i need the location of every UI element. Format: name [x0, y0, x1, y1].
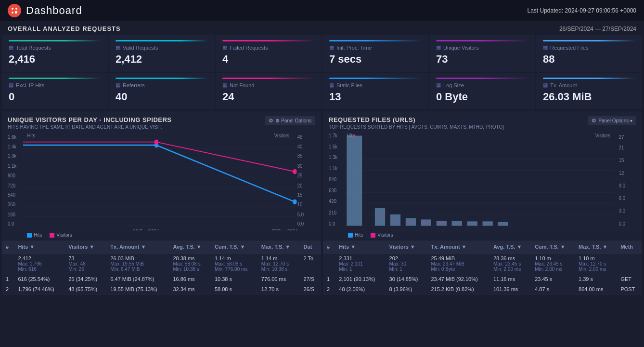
- svg-point-1: [15, 8, 17, 10]
- svg-rect-75: [498, 222, 508, 226]
- table-cell: 26/S: [300, 284, 321, 294]
- col-header[interactable]: Cum. T.S. ▼: [211, 240, 258, 254]
- bar-chart-icon: ▦: [543, 44, 548, 51]
- col-header[interactable]: Cum. T.S. ▼: [531, 240, 575, 254]
- stat-value: 2,412: [116, 53, 208, 65]
- table-cell: 864.00 ms: [575, 284, 617, 294]
- col-header[interactable]: Hits ▼: [14, 240, 64, 254]
- svg-text:6.0: 6.0: [619, 195, 625, 201]
- chart-legend-right: Hits Visitors: [329, 232, 636, 238]
- svg-text:540: 540: [8, 191, 15, 198]
- svg-text:0.0: 0.0: [8, 221, 14, 227]
- svg-point-78: [395, 220, 396, 222]
- col-header[interactable]: Hits ▼: [335, 240, 385, 254]
- table-cell: GET: [617, 274, 642, 284]
- col-header[interactable]: Avg. T.S. ▼: [169, 240, 211, 254]
- stat-label-text: Init. Proc. Time: [336, 45, 372, 51]
- table-cell: 48 (2.06%): [335, 284, 385, 294]
- table-cell: 25 (34.25%): [64, 274, 106, 284]
- brand: Dashboard: [8, 4, 82, 17]
- bar-chart-icon: ▦: [222, 82, 227, 88]
- panel-header-left: UNIQUE VISITORS PER DAY - INCLUDING SPID…: [8, 116, 315, 130]
- summary-cell: [323, 254, 335, 274]
- svg-text:0.0: 0.0: [297, 221, 304, 227]
- table-cell: 27/S: [300, 274, 321, 284]
- svg-text:3.0: 3.0: [619, 207, 625, 214]
- table-cell: 6.47 MiB (24.87%): [106, 274, 169, 284]
- table-summary-row: 2,412Max: 1,796Min: 61673Max: 48Min: 252…: [2, 254, 321, 274]
- panel-subtitle-right: TOP REQUESTS SORTED BY HITS [ AVGTS, CUM…: [329, 124, 504, 130]
- svg-text:21: 21: [619, 144, 624, 150]
- table-cell: 4.87 s: [531, 284, 575, 294]
- svg-text:0.0: 0.0: [329, 221, 335, 227]
- table-header-row-left: #Hits ▼Visitors ▼Tx. Amount ▼Avg. T.S. ▼…: [2, 240, 321, 254]
- stat-value: 73: [436, 53, 528, 65]
- stat-card-7: ▦Referrers40: [109, 73, 215, 109]
- app-title: Dashboard: [26, 4, 82, 17]
- col-header[interactable]: Tx. Amount ▼: [106, 240, 169, 254]
- svg-text:40: 40: [297, 143, 303, 149]
- stat-label-text: Not Found: [230, 82, 254, 88]
- svg-text:15: 15: [619, 157, 624, 163]
- summary-cell: 1.10 mMax: 12.70 sMin: 2.00 ms: [575, 254, 617, 274]
- stat-label-text: Log Size: [443, 82, 464, 88]
- bar-chart-icon: ▦: [329, 44, 334, 51]
- svg-text:420: 420: [329, 198, 336, 204]
- svg-text:9.0: 9.0: [619, 182, 625, 188]
- col-header[interactable]: Tx. Amount ▼: [427, 240, 489, 254]
- svg-point-77: [379, 217, 381, 219]
- panel-options-right[interactable]: ⚙ Panel Options ▾: [588, 116, 636, 125]
- last-updated: Last Updated: 2024-09-27 09:00:56 +0000: [527, 7, 636, 14]
- svg-text:30: 30: [297, 162, 303, 169]
- bar-chart-icon: ▦: [9, 82, 13, 88]
- table-cell: 215.2 KiB (0.82%): [427, 284, 489, 294]
- col-header[interactable]: Max. T.S. ▼: [575, 240, 617, 254]
- svg-text:720: 720: [8, 182, 15, 188]
- svg-text:27/Sep/2024: 27/Sep/2024: [271, 228, 297, 230]
- stat-label-text: Static Files: [336, 82, 362, 88]
- svg-text:GET /blog: GET /blog: [387, 229, 404, 230]
- table-cell: 19.55 MiB (75.13%): [106, 284, 169, 294]
- svg-text:Visitors: Visitors: [595, 133, 610, 139]
- table-cell: 101.39 ms: [489, 284, 531, 294]
- stat-label-text: Requested Files: [550, 45, 589, 51]
- table-cell: 1: [2, 274, 14, 284]
- summary-cell: [2, 254, 14, 274]
- stat-label-text: Referrers: [123, 82, 145, 88]
- table-cell: 23.45 s: [531, 274, 575, 284]
- col-header[interactable]: #: [323, 240, 335, 254]
- table-cell: 11.16 ms: [489, 274, 531, 284]
- col-header[interactable]: Visitors ▼: [64, 240, 106, 254]
- svg-text:GET /HT: GET /HT: [348, 229, 361, 230]
- chart-svg-left: 0.0 180 360 540 720 900 1.1k 1.3k 1.4k 1…: [8, 133, 315, 230]
- section-header: OVERALL ANALYZED REQUESTS 26/SEP/2024 — …: [0, 21, 644, 35]
- col-header[interactable]: Avg. T.S. ▼: [489, 240, 531, 254]
- stat-label-text: Tx. Amount: [550, 82, 577, 88]
- stat-card-0: ▦Total Requests2,416: [2, 35, 108, 72]
- table-left: #Hits ▼Visitors ▼Tx. Amount ▼Avg. T.S. ▼…: [2, 240, 321, 294]
- svg-point-36: [155, 139, 159, 144]
- svg-point-35: [293, 200, 297, 204]
- col-header[interactable]: Dat: [300, 240, 321, 254]
- table-cell: 616 (25.54%): [14, 274, 64, 284]
- svg-text:26/Sep/2024: 26/Sep/2024: [133, 228, 159, 230]
- stat-card-3: ▦Init. Proc. Time7 secs: [322, 35, 428, 72]
- stat-label-text: Excl. IP Hits: [16, 82, 44, 88]
- col-header[interactable]: Visitors ▼: [386, 240, 427, 254]
- svg-point-0: [12, 8, 13, 10]
- svg-text:25: 25: [297, 172, 303, 178]
- stat-value: 40: [116, 91, 208, 103]
- col-header[interactable]: Max. T.S. ▼: [258, 240, 300, 254]
- visitors-table: #Hits ▼Visitors ▼Tx. Amount ▼Avg. T.S. ▼…: [2, 240, 321, 294]
- stat-card-1: ▦Valid Requests2,412: [109, 35, 215, 72]
- svg-text:12: 12: [619, 170, 624, 176]
- bar-chart-icon: ▦: [436, 82, 441, 88]
- svg-text:GET /new: GET /new: [418, 229, 435, 230]
- col-header[interactable]: Meth: [617, 240, 642, 254]
- summary-cell: 25.49 MiBMax: 23.47 MiBMin: 0 Byte: [427, 254, 489, 274]
- panel-options-left[interactable]: ⚙ ⚙ Panel Options: [265, 116, 315, 125]
- table-cell: 2,101 (90.13%): [335, 274, 385, 284]
- col-header[interactable]: #: [2, 240, 14, 254]
- table-cell: 32.34 ms: [169, 284, 211, 294]
- stats-grid: ▦Total Requests2,416▦Valid Requests2,412…: [0, 35, 644, 110]
